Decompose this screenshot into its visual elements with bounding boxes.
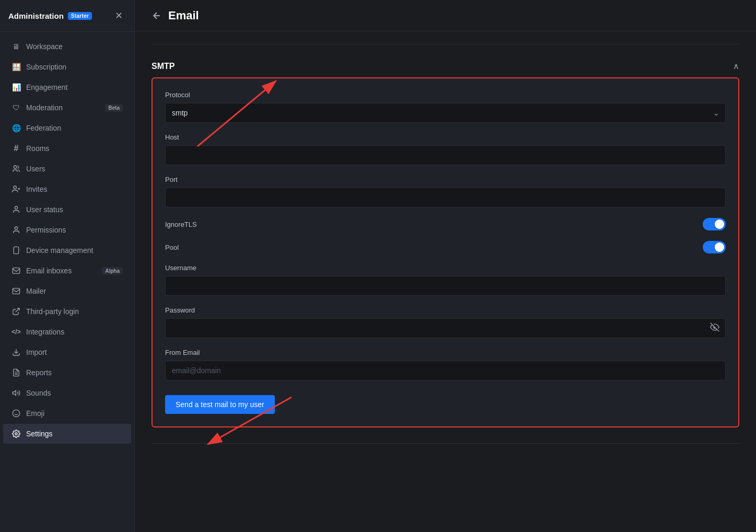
svg-marker-14 — [13, 390, 16, 395]
password-group: Password — [165, 306, 726, 338]
close-button[interactable]: ✕ — [111, 8, 126, 23]
svg-point-5 — [15, 227, 17, 229]
alpha-badge: Alpha — [102, 267, 123, 275]
device-management-icon — [11, 246, 21, 255]
toggle-thumb — [715, 242, 724, 252]
workspace-icon: 🖥 — [11, 42, 21, 51]
sidebar-item-subscription[interactable]: 🪟 Subscription — [3, 57, 131, 77]
rooms-icon: # — [11, 144, 21, 153]
sidebar-item-settings[interactable]: Settings — [3, 424, 131, 444]
back-button[interactable] — [152, 10, 162, 21]
sidebar-item-label: Invites — [26, 185, 123, 193]
sidebar-item-rooms[interactable]: # Rooms — [3, 138, 131, 158]
sidebar-item-moderation[interactable]: 🛡 Moderation Beta — [3, 98, 131, 118]
protocol-group: Protocol smtp smtps smtp+starttls ⌄ — [165, 91, 726, 123]
permissions-icon — [11, 225, 21, 235]
svg-point-0 — [14, 166, 16, 168]
password-wrapper — [165, 318, 726, 338]
password-visibility-toggle-icon[interactable] — [710, 322, 719, 334]
main-content-area: Email SMTP ∧ Protocol smtp smtps smtp+st… — [135, 0, 756, 532]
sidebar-item-mailer[interactable]: Mailer — [3, 281, 131, 301]
page-title: Email — [168, 9, 199, 22]
pool-row: Pool — [165, 241, 726, 253]
smtp-form: Protocol smtp smtps smtp+starttls ⌄ Host… — [152, 77, 739, 427]
svg-point-15 — [13, 410, 19, 417]
svg-rect-8 — [13, 268, 19, 274]
email-inboxes-icon — [11, 266, 21, 275]
sidebar-item-integrations[interactable]: </> Integrations — [3, 322, 131, 342]
sidebar-item-label: Subscription — [26, 63, 123, 71]
chevron-up-icon: ∧ — [733, 61, 739, 71]
svg-point-4 — [15, 206, 17, 209]
smtp-section-title: SMTP — [152, 62, 175, 71]
sidebar-item-user-status[interactable]: User status — [3, 200, 131, 219]
password-input[interactable] — [165, 318, 726, 338]
sidebar-item-users[interactable]: Users — [3, 159, 131, 179]
username-label: Username — [165, 264, 726, 272]
sidebar-item-import[interactable]: Import — [3, 342, 131, 362]
engagement-icon: 📊 — [11, 83, 21, 92]
svg-rect-9 — [13, 288, 19, 294]
password-label: Password — [165, 306, 726, 314]
sidebar: Administration Starter ✕ 🖥 Workspace 🪟 S… — [0, 0, 135, 532]
moderation-icon: 🛡 — [11, 103, 21, 112]
from-email-input[interactable] — [165, 361, 726, 380]
sidebar-item-email-inboxes[interactable]: Email inboxes Alpha — [3, 261, 131, 281]
subscription-icon: 🪟 — [11, 62, 21, 72]
sidebar-item-label: Federation — [26, 124, 123, 132]
sidebar-header-left: Administration Starter — [8, 11, 92, 20]
federation-icon: 🌐 — [11, 123, 21, 133]
sidebar-item-label: Mailer — [26, 287, 123, 295]
username-group: Username — [165, 264, 726, 296]
sidebar-item-label: Engagement — [26, 83, 123, 91]
sidebar-header: Administration Starter ✕ — [0, 0, 134, 32]
ignore-tls-toggle[interactable] — [703, 218, 726, 230]
smtp-section-header[interactable]: SMTP ∧ — [152, 55, 739, 77]
host-input[interactable] — [165, 145, 726, 165]
sidebar-item-label: Third-party login — [26, 307, 123, 316]
sidebar-item-engagement[interactable]: 📊 Engagement — [3, 77, 131, 97]
sidebar-item-emoji[interactable]: Emoji — [3, 403, 131, 423]
toggle-track — [703, 241, 726, 253]
protocol-select[interactable]: smtp smtps smtp+starttls — [165, 103, 726, 123]
emoji-icon — [11, 409, 21, 418]
sidebar-item-sounds[interactable]: Sounds — [3, 383, 131, 403]
sidebar-item-label: Integrations — [26, 328, 123, 336]
sidebar-item-label: Email inboxes — [26, 267, 97, 275]
sidebar-item-label: Reports — [26, 368, 123, 377]
host-group: Host — [165, 133, 726, 165]
sidebar-nav: 🖥 Workspace 🪟 Subscription 📊 Engagement … — [0, 32, 134, 532]
svg-line-10 — [16, 308, 19, 312]
send-test-mail-button[interactable]: Send a test mail to my user — [165, 395, 275, 414]
port-input[interactable] — [165, 188, 726, 207]
sidebar-item-label: Moderation — [26, 103, 100, 112]
sidebar-item-third-party-login[interactable]: Third-party login — [3, 302, 131, 321]
sidebar-item-federation[interactable]: 🌐 Federation — [3, 118, 131, 138]
user-status-icon — [11, 205, 21, 214]
settings-icon — [11, 429, 21, 438]
main-header: Email — [135, 0, 756, 31]
sidebar-item-label: Workspace — [26, 42, 123, 51]
sidebar-item-device-management[interactable]: Device management — [3, 240, 131, 260]
sidebar-item-label: User status — [26, 205, 123, 214]
sidebar-item-label: Emoji — [26, 409, 123, 418]
sidebar-item-reports[interactable]: Reports — [3, 363, 131, 383]
protocol-select-wrapper: smtp smtps smtp+starttls ⌄ — [165, 103, 726, 123]
beta-badge: Beta — [105, 104, 123, 112]
sidebar-item-label: Sounds — [26, 389, 123, 397]
ignore-tls-row: IgnoreTLS — [165, 218, 726, 230]
bottom-divider — [152, 443, 739, 444]
sidebar-item-label: Permissions — [26, 226, 123, 234]
ignore-tls-label: IgnoreTLS — [165, 221, 197, 228]
pool-toggle[interactable] — [703, 241, 726, 253]
from-email-group: From Email — [165, 349, 726, 380]
username-input[interactable] — [165, 276, 726, 296]
sounds-icon — [11, 388, 21, 398]
sidebar-item-label: Users — [26, 165, 123, 173]
sidebar-item-workspace[interactable]: 🖥 Workspace — [3, 37, 131, 56]
sidebar-item-invites[interactable]: Invites — [3, 179, 131, 199]
port-label: Port — [165, 176, 726, 183]
sidebar-item-label: Import — [26, 348, 123, 356]
sidebar-item-permissions[interactable]: Permissions — [3, 220, 131, 240]
invites-icon — [11, 184, 21, 194]
